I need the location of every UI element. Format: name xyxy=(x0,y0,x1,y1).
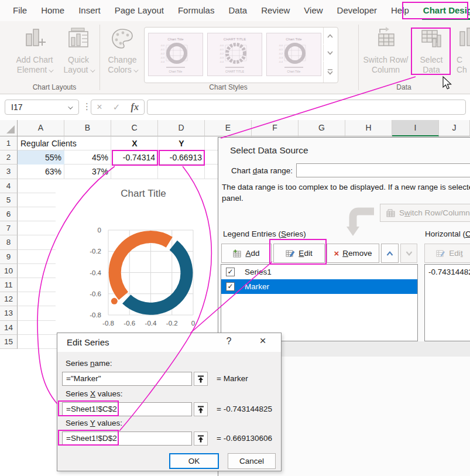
collapse-dialog-button[interactable] xyxy=(194,402,208,416)
formula-action-box: × ✓ fx xyxy=(91,100,145,115)
series-y-values-input[interactable]: =Sheet1!$D$2 xyxy=(62,432,192,446)
tab-help[interactable]: Help xyxy=(384,0,416,21)
series-list-item[interactable]: ✓Marker xyxy=(221,279,417,294)
cancel-icon[interactable]: × xyxy=(97,102,102,112)
row-header-8[interactable]: 8 xyxy=(0,235,18,249)
column-header-G[interactable]: G xyxy=(299,120,345,136)
remove-series-button[interactable]: × Remove xyxy=(327,244,379,263)
axis-value-item[interactable]: -0.74314482 xyxy=(425,265,470,279)
gallery-more-button[interactable] xyxy=(323,61,336,83)
tab-insert[interactable]: Insert xyxy=(71,0,108,21)
row-header-14[interactable]: 14 xyxy=(0,321,18,335)
move-series-up-button[interactable] xyxy=(381,244,399,263)
cell-A1[interactable]: Regular Clients xyxy=(18,136,111,150)
doughnut-segment-blue xyxy=(126,245,187,309)
row-header-2[interactable]: 2 xyxy=(0,150,18,165)
add-series-button[interactable]: Add xyxy=(221,244,272,263)
ribbon: Add Chart Element Quick Layout Change Co… xyxy=(0,21,470,94)
tab-home[interactable]: Home xyxy=(34,0,71,21)
edit-series-button[interactable]: Edit xyxy=(273,244,325,263)
cell-A2[interactable]: 55% xyxy=(18,150,64,165)
row-header-4[interactable]: 4 xyxy=(0,179,18,193)
series-checkbox[interactable]: ✓ xyxy=(226,282,235,291)
chevron-down-icon xyxy=(406,251,413,256)
edit-axis-labels-button[interactable]: Edit xyxy=(424,244,470,263)
close-icon[interactable]: × xyxy=(254,334,272,347)
insert-function-icon[interactable]: fx xyxy=(131,102,139,112)
column-header-D[interactable]: D xyxy=(158,120,205,136)
y-tick: 0 xyxy=(98,227,101,234)
series-list-item[interactable]: ✓Series1 xyxy=(221,265,417,279)
select-data-button[interactable]: Select Data xyxy=(412,26,451,75)
column-header-H[interactable]: H xyxy=(345,120,392,136)
column-header-F[interactable]: F xyxy=(252,120,299,136)
row-header-15[interactable]: 15 xyxy=(0,335,18,349)
drag-handle-dots[interactable]: ⋮ xyxy=(83,101,91,112)
tab-file[interactable]: File xyxy=(6,0,34,21)
cell-B2[interactable]: 45% xyxy=(64,150,111,165)
row-header-7[interactable]: 7 xyxy=(0,221,18,235)
tab-page-layout[interactable]: Page Layout xyxy=(108,0,171,21)
chart-data-range-input[interactable] xyxy=(296,163,470,177)
collapse-dialog-button[interactable] xyxy=(194,372,208,386)
row-header-1[interactable]: 1 xyxy=(0,136,18,150)
switch-row-column-dialog-button[interactable]: Switch Row/Column xyxy=(380,204,470,222)
row-header-3[interactable]: 3 xyxy=(0,165,18,179)
tab-formulas[interactable]: Formulas xyxy=(171,0,222,21)
doughnut-chart[interactable]: Chart Title0-0.8-0.2-0.6-0.4-0.4-0.6-0.2… xyxy=(56,179,218,333)
column-header-J[interactable]: J xyxy=(439,120,470,136)
column-header-B[interactable]: B xyxy=(64,120,111,136)
tab-view[interactable]: View xyxy=(297,0,330,21)
gallery-scroll-up-button[interactable] xyxy=(323,28,336,44)
enter-icon[interactable]: ✓ xyxy=(113,102,121,112)
move-series-down-button[interactable] xyxy=(400,244,417,263)
select-all-corner[interactable] xyxy=(0,120,18,136)
chart-style-thumbnail[interactable]: Chart Title-0.0-0.1-0.2-0.3-0.4Chart Tit… xyxy=(148,33,203,76)
collapse-dialog-button[interactable] xyxy=(194,432,208,446)
tab-review[interactable]: Review xyxy=(254,0,297,21)
svg-text:-0.3: -0.3 xyxy=(279,56,283,59)
row-header-9[interactable]: 9 xyxy=(0,250,18,264)
cell-B3[interactable]: 37% xyxy=(64,165,111,179)
gallery-scroll-down-button[interactable] xyxy=(323,44,336,61)
column-header-I[interactable]: I xyxy=(392,120,439,136)
column-header-C[interactable]: C xyxy=(111,120,158,136)
change-chart-type-button-cut[interactable]: C Ch xyxy=(457,26,470,75)
bar-chart-plus-icon xyxy=(22,26,47,52)
cell-C2[interactable]: -0.74314 xyxy=(111,150,158,165)
formula-input[interactable] xyxy=(147,100,466,115)
row-header-5[interactable]: 5 xyxy=(0,193,18,207)
group-label-chart-styles: Chart Styles xyxy=(193,83,263,91)
row-header-10[interactable]: 10 xyxy=(0,264,18,278)
cell-A3[interactable]: 63% xyxy=(18,165,64,179)
column-header-A[interactable]: A xyxy=(18,120,64,136)
y-tick: -0.2 xyxy=(90,248,101,255)
cell-C1[interactable]: X xyxy=(111,136,158,150)
switch-row-column-button[interactable]: Switch Row/ Column xyxy=(361,26,411,75)
series-name-input[interactable]: ="Marker" xyxy=(62,372,192,386)
cancel-button[interactable]: Cancel xyxy=(228,453,276,469)
chart-style-thumbnail[interactable]: CHART TITLE-0.0-0.1-0.2-0.3-0.4CHART TIT… xyxy=(207,33,262,76)
svg-text:CHART TITLE: CHART TITLE xyxy=(224,37,246,41)
add-chart-element-button[interactable]: Add Chart Element xyxy=(11,26,59,75)
help-button[interactable]: ? xyxy=(220,336,238,347)
tab-data[interactable]: Data xyxy=(221,0,254,21)
ok-button[interactable]: OK xyxy=(169,453,219,469)
series-checkbox[interactable]: ✓ xyxy=(226,268,235,276)
row-header-11[interactable]: 11 xyxy=(0,278,18,292)
series-label: Marker xyxy=(245,282,269,291)
name-box[interactable]: I17 xyxy=(5,100,79,115)
series-x-values-input[interactable]: =Sheet1!$C$2 xyxy=(62,402,192,416)
change-colors-button[interactable]: Change Colors xyxy=(103,26,142,75)
column-header-E[interactable]: E xyxy=(205,120,252,136)
quick-layout-button[interactable]: Quick Layout xyxy=(60,26,97,75)
y-tick: -0.6 xyxy=(90,290,101,297)
row-header-13[interactable]: 13 xyxy=(0,306,18,320)
row-header-12[interactable]: 12 xyxy=(0,292,18,306)
row-header-6[interactable]: 6 xyxy=(0,207,18,221)
chart-style-thumbnail[interactable]: Chart Title-0.0-0.1-0.2-0.3-0.4Chart Tit… xyxy=(266,33,321,76)
cell-D2[interactable]: -0.66913 xyxy=(158,150,205,165)
tab-developer[interactable]: Developer xyxy=(330,0,384,21)
cell-D1[interactable]: Y xyxy=(158,136,205,150)
tab-chart-design[interactable]: Chart Design xyxy=(416,0,470,21)
